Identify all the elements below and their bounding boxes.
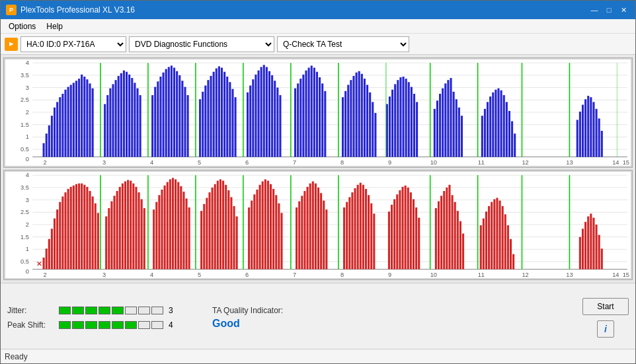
svg-rect-100 [316, 72, 318, 157]
svg-rect-310 [393, 200, 395, 270]
svg-text:2: 2 [26, 221, 29, 228]
start-button[interactable]: Start [582, 298, 629, 315]
svg-rect-210 [51, 229, 53, 269]
svg-rect-264 [219, 179, 221, 269]
svg-rect-128 [416, 102, 418, 157]
svg-rect-339 [502, 206, 504, 270]
svg-rect-303 [362, 185, 364, 270]
svg-rect-277 [264, 179, 266, 269]
svg-rect-347 [584, 222, 586, 270]
svg-text:3: 3 [26, 197, 29, 203]
svg-text:1: 1 [26, 246, 29, 252]
jitter-value: 3 [169, 306, 179, 315]
svg-rect-317 [413, 200, 415, 270]
svg-rect-37 [104, 104, 106, 157]
svg-rect-156 [584, 99, 586, 157]
svg-text:2: 2 [44, 272, 47, 278]
menu-help[interactable]: Help [41, 20, 68, 32]
svg-rect-262 [214, 184, 216, 270]
svg-rect-73 [221, 67, 223, 157]
svg-rect-149 [506, 102, 508, 157]
svg-rect-286 [301, 196, 303, 269]
svg-rect-122 [399, 77, 401, 157]
svg-rect-72 [218, 66, 220, 157]
status-bar: Ready [1, 349, 635, 363]
svg-rect-291 [315, 184, 317, 270]
peakshift-bar-4 [99, 321, 110, 329]
peakshift-bar-5 [112, 321, 124, 329]
svg-rect-223 [86, 187, 88, 270]
svg-rect-227 [97, 213, 99, 269]
svg-rect-270 [236, 217, 238, 270]
svg-rect-86 [266, 67, 268, 157]
svg-rect-30 [75, 81, 77, 157]
svg-rect-104 [342, 97, 344, 157]
svg-rect-69 [210, 76, 212, 157]
svg-rect-218 [73, 186, 75, 270]
menu-options[interactable]: Options [3, 20, 41, 32]
svg-rect-27 [67, 87, 69, 157]
svg-rect-28 [70, 85, 72, 157]
svg-rect-275 [259, 185, 261, 270]
svg-rect-215 [64, 192, 66, 269]
status-text: Ready [5, 352, 28, 361]
svg-text:6: 6 [245, 272, 249, 278]
svg-rect-116 [374, 113, 376, 157]
svg-rect-47 [131, 78, 133, 157]
svg-rect-337 [496, 198, 498, 269]
svg-rect-71 [216, 69, 218, 157]
minimize-button[interactable]: — [588, 4, 601, 16]
svg-text:7: 7 [293, 272, 296, 278]
svg-rect-77 [231, 89, 233, 157]
svg-rect-293 [320, 193, 322, 269]
test-select[interactable]: Q-Check TA Test [277, 36, 409, 52]
svg-rect-219 [75, 184, 77, 270]
svg-rect-161 [598, 118, 600, 157]
svg-rect-330 [462, 233, 464, 269]
svg-rect-98 [311, 65, 313, 157]
svg-rect-279 [270, 184, 272, 270]
svg-rect-249 [169, 179, 171, 269]
close-button[interactable]: ✕ [617, 4, 630, 16]
svg-rect-79 [247, 92, 249, 157]
svg-rect-274 [256, 190, 258, 269]
function-select[interactable]: DVD Diagnostic Functions [129, 36, 274, 52]
svg-rect-103 [324, 91, 326, 157]
jitter-bar-3 [85, 307, 97, 314]
svg-text:3: 3 [26, 85, 29, 91]
svg-rect-91 [279, 95, 281, 157]
info-button[interactable]: i [597, 320, 614, 338]
svg-rect-162 [601, 131, 603, 157]
title-bar: P PlexTools Professional XL V3.16 — □ ✕ [1, 1, 635, 19]
svg-rect-23 [56, 102, 58, 157]
drive-select[interactable]: HA:0 ID:0 PX-716A [20, 36, 126, 52]
svg-rect-85 [263, 65, 265, 157]
metrics-left: Jitter: 3 Peak Shift: [7, 306, 179, 330]
jitter-bar-5 [112, 307, 124, 314]
svg-rect-56 [165, 69, 167, 157]
svg-rect-108 [352, 76, 354, 157]
svg-rect-38 [106, 95, 108, 157]
svg-text:10: 10 [430, 159, 437, 166]
svg-rect-152 [514, 133, 516, 157]
svg-rect-287 [303, 191, 305, 269]
maximize-button[interactable]: □ [602, 4, 616, 16]
svg-rect-130 [436, 100, 438, 157]
svg-rect-260 [208, 192, 210, 269]
svg-rect-307 [373, 213, 375, 269]
svg-rect-51 [151, 95, 153, 157]
peakshift-label: Peak Shift: [7, 320, 54, 330]
svg-rect-54 [159, 77, 161, 157]
svg-text:14: 14 [612, 159, 619, 166]
svg-rect-96 [305, 71, 307, 157]
svg-rect-273 [253, 194, 255, 269]
svg-rect-120 [394, 84, 396, 157]
svg-text:7: 7 [293, 159, 296, 166]
top-chart-inner: 4 3.5 3 2.5 2 1.5 1 0.5 0 [5, 59, 631, 166]
svg-rect-81 [252, 79, 254, 157]
svg-rect-304 [365, 189, 367, 270]
svg-rect-296 [343, 207, 345, 269]
svg-rect-59 [173, 67, 175, 157]
svg-rect-252 [177, 182, 179, 270]
svg-text:8: 8 [340, 159, 344, 166]
